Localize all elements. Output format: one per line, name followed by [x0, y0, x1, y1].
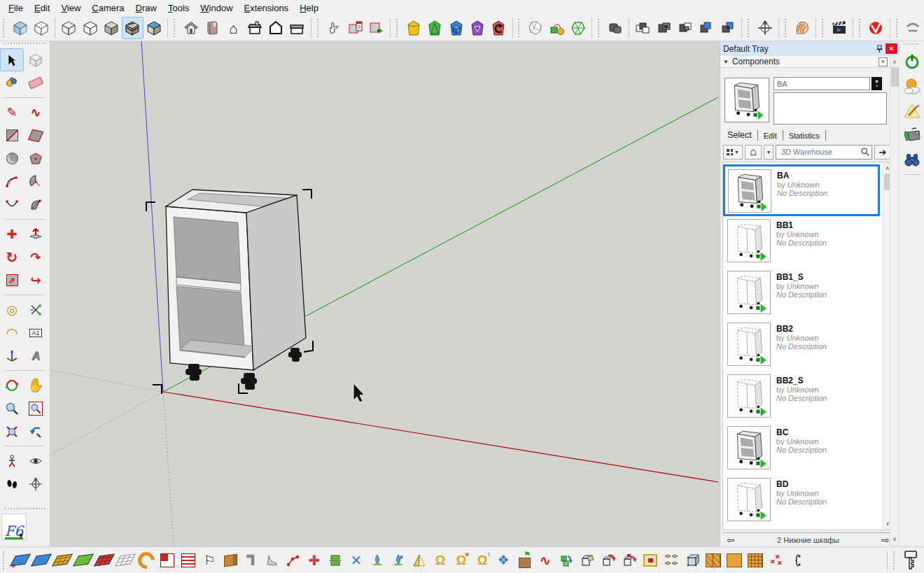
s-curve-red-button[interactable]: ∿: [535, 550, 556, 571]
eraser-tool[interactable]: [24, 71, 48, 94]
list-item[interactable]: BB2 by Unknown No Description: [724, 320, 878, 370]
blocks-green-arrow-button[interactable]: [556, 550, 577, 571]
toolbar-grip[interactable]: [4, 43, 46, 48]
list-item[interactable]: BB2_S by Unknown No Description: [724, 372, 878, 422]
cross-red-button[interactable]: ✚: [304, 550, 325, 571]
search-combo[interactable]: [776, 145, 872, 160]
menu-file[interactable]: File: [3, 1, 29, 15]
select-hand-button[interactable]: [323, 17, 344, 39]
four-cubes-gold-button[interactable]: [661, 550, 682, 571]
move-tool[interactable]: ✚: [0, 222, 24, 246]
component-report-button[interactable]: [345, 17, 366, 39]
menu-tools[interactable]: Tools: [162, 1, 195, 15]
navigate-forward-button[interactable]: ➔: [874, 145, 891, 160]
subtract-button[interactable]: [653, 17, 674, 39]
binoculars-button[interactable]: [902, 148, 923, 171]
toolbar-grip[interactable]: [822, 19, 827, 37]
pin-icon[interactable]: [874, 43, 886, 54]
toolbar-grip[interactable]: [317, 19, 322, 37]
compass-north-tool[interactable]: [24, 472, 48, 495]
list-item[interactable]: BB1 by Unknown No Description: [724, 216, 878, 267]
x-marks-red-button[interactable]: ✕✕✕: [766, 550, 787, 571]
search-input[interactable]: [780, 147, 860, 157]
make-component-tool[interactable]: [24, 48, 48, 71]
polyline-red-button[interactable]: [283, 550, 304, 571]
omega-blue-button[interactable]: Ω∶: [472, 550, 493, 571]
tray-title-bar[interactable]: Default Tray ✕: [720, 41, 900, 56]
toolbar-grip[interactable]: [896, 19, 901, 37]
vray-button[interactable]: [865, 17, 886, 39]
freehand-tool[interactable]: ∿: [24, 101, 48, 124]
plane-blue-button[interactable]: [31, 550, 52, 571]
component-description-box[interactable]: [774, 92, 887, 125]
mirror-triangle-button[interactable]: [409, 550, 430, 571]
line-tool[interactable]: ✎: [0, 101, 24, 124]
clapperboard-button[interactable]: [828, 17, 849, 39]
plane-green-button[interactable]: [73, 550, 94, 571]
grid-2x2-button[interactable]: [724, 550, 745, 571]
look-around-tool[interactable]: [24, 449, 48, 472]
omega-gold-button[interactable]: Ω: [430, 550, 451, 571]
text-tool[interactable]: A1: [24, 321, 48, 344]
circle-tool[interactable]: [0, 147, 24, 170]
wireframe-button[interactable]: [58, 17, 79, 39]
toolbar-grip[interactable]: [3, 551, 8, 570]
secondary-pane-button[interactable]: ▼＋: [872, 77, 882, 90]
viewport-3d[interactable]: [50, 41, 720, 546]
diamond-arrows-blue-button[interactable]: ❖: [493, 550, 514, 571]
previous-view-tool[interactable]: [24, 420, 48, 443]
list-item[interactable]: BE1: [724, 527, 878, 530]
tray-close-button[interactable]: ✕: [886, 43, 897, 54]
two-point-arc-tool[interactable]: [0, 193, 24, 216]
components-panel-header[interactable]: ▼ Components ×: [720, 56, 890, 68]
grid-diagonal-button[interactable]: [703, 550, 724, 571]
axes-tool[interactable]: [0, 344, 24, 367]
polygon-tool[interactable]: [24, 147, 48, 170]
union-button[interactable]: [632, 17, 653, 39]
tiles-white-button[interactable]: [115, 550, 136, 571]
push-pull-tool[interactable]: [24, 222, 48, 246]
arc-tool[interactable]: [0, 170, 24, 193]
search-icon[interactable]: [860, 147, 870, 157]
offset-tool[interactable]: ↪: [24, 269, 48, 292]
tab-statistics[interactable]: Statistics: [785, 131, 824, 141]
menu-view[interactable]: View: [55, 1, 86, 15]
rotated-rectangle-tool[interactable]: [24, 124, 48, 147]
home-button[interactable]: ⌂: [745, 145, 762, 160]
follow-me-tool[interactable]: ↷: [24, 246, 48, 269]
monochrome-button[interactable]: [144, 17, 164, 39]
three-point-arc-tool[interactable]: [24, 193, 48, 216]
menu-window[interactable]: Window: [195, 1, 238, 15]
tape-measure-tool[interactable]: ◎: [0, 298, 24, 321]
list-item[interactable]: BA by Unknown No Description: [723, 164, 880, 216]
curve-tools-button[interactable]: [902, 17, 923, 39]
component-name-field[interactable]: [774, 77, 870, 90]
scroll-thumb[interactable]: [891, 67, 899, 87]
component-export-button[interactable]: [366, 17, 387, 39]
shirt-green-button[interactable]: [424, 17, 445, 39]
toolbar-grip[interactable]: [905, 43, 918, 48]
paint-bucket-tool[interactable]: [0, 71, 24, 94]
flag-button[interactable]: ⚐: [199, 550, 220, 571]
tab-select[interactable]: Select: [723, 129, 756, 141]
back-edges-button[interactable]: [31, 17, 52, 39]
orbit-tool[interactable]: [0, 374, 24, 397]
box-flag-button[interactable]: ⚑: [514, 550, 535, 571]
tray-scrollbar[interactable]: ∧ ∨: [890, 57, 899, 546]
toolbar-grip[interactable]: [4, 508, 46, 513]
toolbar-grip[interactable]: [893, 551, 898, 570]
cube-paint-button[interactable]: [577, 550, 598, 571]
cube-rotate-button[interactable]: [598, 550, 619, 571]
toolbar-grip[interactable]: [748, 19, 752, 37]
sketch-note-button[interactable]: [902, 99, 923, 122]
toolbar-grip[interactable]: [174, 19, 178, 37]
hidden-line-button[interactable]: [80, 17, 101, 39]
rectangle-tool[interactable]: [0, 124, 24, 147]
lined-square-red-button[interactable]: [178, 550, 199, 571]
dimension-tool[interactable]: [24, 298, 48, 321]
shirt-yellow-button[interactable]: [403, 17, 424, 39]
power-button[interactable]: [902, 50, 923, 73]
cube-rotate-flag-button[interactable]: [619, 550, 640, 571]
sun-cloud-button[interactable]: [902, 74, 923, 98]
grid-4x4-button[interactable]: [745, 550, 766, 571]
